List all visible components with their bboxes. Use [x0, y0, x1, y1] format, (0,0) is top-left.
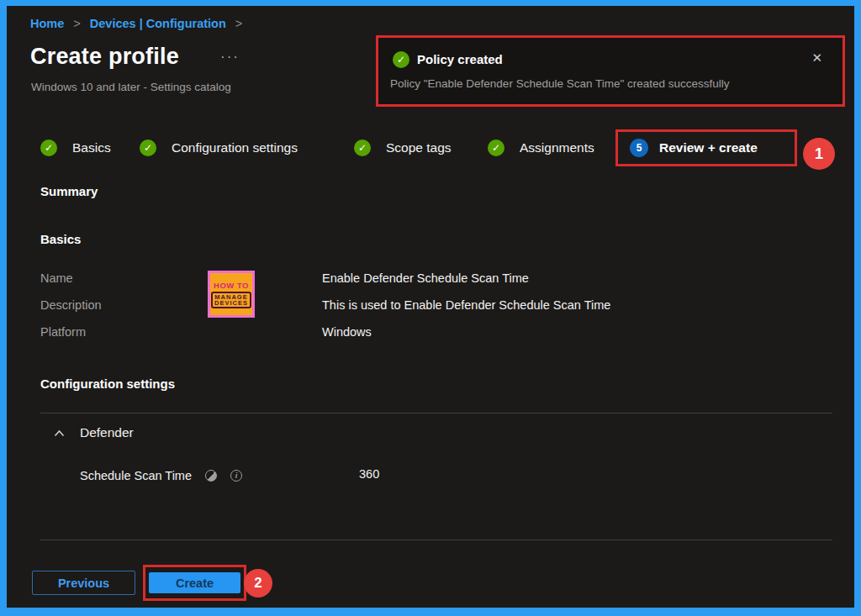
defender-group-toggle[interactable]: Defender: [54, 425, 134, 440]
check-icon: ✓: [140, 140, 156, 156]
previous-button[interactable]: Previous: [32, 571, 135, 595]
setting-row: Schedule Scan Time i: [80, 469, 242, 482]
howtomanagedevices-logo: HOW TO MANAGE DEVICES: [208, 271, 255, 318]
success-icon: ✓: [393, 51, 409, 68]
description-value: This is used to Enable Defender Schedule…: [322, 298, 610, 312]
setting-label: Schedule Scan Time: [80, 469, 192, 482]
divider: [40, 413, 832, 413]
info-icon[interactable]: i: [230, 470, 242, 482]
tab-basics[interactable]: ✓ Basics: [40, 140, 111, 156]
platform-value: Windows: [322, 325, 372, 339]
setting-value: 360: [359, 467, 379, 481]
tab-label: Configuration settings: [172, 140, 298, 155]
description-label: Description: [40, 298, 102, 312]
tab-label: Basics: [72, 140, 111, 155]
breadcrumb-separator: >: [73, 17, 80, 30]
check-icon: ✓: [354, 140, 371, 156]
group-label: Defender: [80, 425, 134, 440]
breadcrumb: Home > Devices | Configuration >: [30, 17, 248, 30]
more-options-icon[interactable]: ···: [220, 49, 240, 66]
annotation-badge-1: 1: [803, 138, 835, 170]
tab-label: Review + create: [659, 140, 758, 155]
breadcrumb-home[interactable]: Home: [30, 17, 64, 30]
configuration-settings-heading: Configuration settings: [40, 376, 175, 391]
check-icon: ✓: [488, 140, 504, 156]
notification-title: Policy created: [417, 52, 503, 66]
tab-assignments[interactable]: ✓ Assignments: [488, 140, 594, 156]
annotation-badge-2: 2: [244, 569, 272, 598]
tab-scope-tags[interactable]: ✓ Scope tags: [354, 140, 452, 156]
notification-message: Policy "Enable Defender Schedule Scan Ti…: [390, 77, 730, 90]
breadcrumb-separator: >: [235, 17, 242, 30]
tab-configuration-settings[interactable]: ✓ Configuration settings: [140, 140, 298, 156]
notification-toast: ✓ Policy created ✕ Policy "Enable Defend…: [376, 35, 845, 107]
page-subtitle: Windows 10 and later - Settings catalog: [31, 81, 231, 93]
close-icon[interactable]: ✕: [811, 50, 822, 66]
logo-text-top: HOW TO: [214, 281, 249, 290]
logo-text-devices: DEVICES: [214, 300, 248, 306]
name-label: Name: [40, 271, 73, 285]
tab-review-create[interactable]: 5 Review + create: [615, 129, 797, 166]
tab-label: Assignments: [520, 140, 594, 155]
platform-label: Platform: [40, 325, 86, 339]
name-value: Enable Defender Schedule Scan Time: [322, 271, 529, 285]
step-number-icon: 5: [630, 139, 648, 157]
tab-label: Scope tags: [386, 140, 452, 155]
basics-heading: Basics: [40, 232, 81, 246]
chevron-up-icon: [54, 429, 65, 437]
divider: [40, 540, 832, 540]
logo-badge: MANAGE DEVICES: [211, 292, 251, 308]
create-button[interactable]: Create: [149, 572, 240, 593]
page-title: Create profile: [30, 44, 179, 70]
half-circle-icon: [205, 470, 217, 482]
check-icon: ✓: [40, 140, 57, 156]
breadcrumb-devices-configuration[interactable]: Devices | Configuration: [90, 17, 226, 30]
summary-heading: Summary: [40, 184, 98, 198]
create-profile-page: Home > Devices | Configuration > Create …: [0, 0, 861, 616]
